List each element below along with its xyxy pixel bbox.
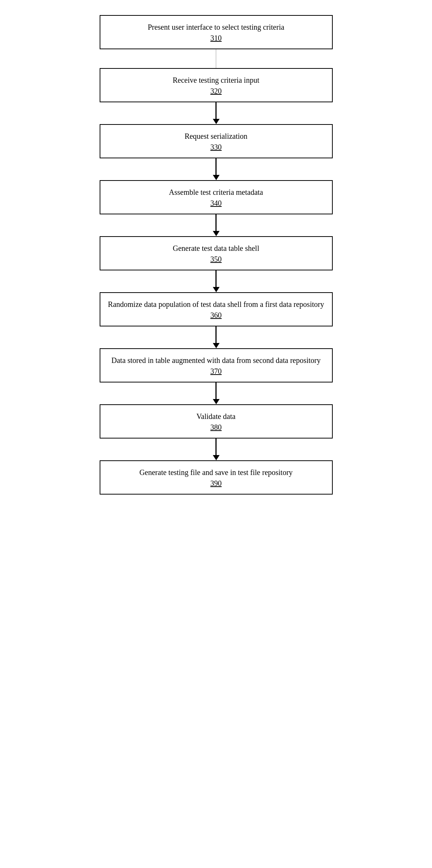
arrow-line <box>215 382 217 399</box>
connector-380-390 <box>213 439 220 460</box>
arrow-line <box>215 270 217 287</box>
connector-340-350 <box>213 214 220 236</box>
step-340-number: 340 <box>211 199 222 208</box>
step-340-text: Assemble test criteria metadata <box>169 187 263 197</box>
step-330-box: Request serialization 330 <box>100 124 333 158</box>
step-360-number: 360 <box>211 311 222 320</box>
connector-370-380 <box>213 382 220 404</box>
step-350-number: 350 <box>211 255 222 264</box>
step-390-box: Generate testing file and save in test f… <box>100 460 333 495</box>
arrow-line <box>215 102 217 119</box>
arrow-head <box>213 175 220 180</box>
step-310-number: 310 <box>211 34 222 42</box>
step-370-text: Data stored in table augmented with data… <box>111 355 320 366</box>
step-380-box: Validate data 380 <box>100 404 333 439</box>
arrow-head <box>213 343 220 348</box>
step-350-box: Generate test data table shell 350 <box>100 236 333 270</box>
step-380-text: Validate data <box>197 411 236 422</box>
arrow-head <box>213 455 220 460</box>
arrow-head <box>213 287 220 292</box>
step-390-number: 390 <box>211 479 222 488</box>
arrow-line <box>215 326 217 343</box>
arrow-line <box>215 214 217 231</box>
step-310-text: Present user interface to select testing… <box>148 22 284 32</box>
step-320-box: Receive testing criteria input 320 <box>100 68 333 102</box>
connector-350-360 <box>213 270 220 292</box>
step-380-number: 380 <box>211 423 222 432</box>
step-360-box: Randomize data population of test data s… <box>100 292 333 326</box>
step-370-box: Data stored in table augmented with data… <box>100 348 333 382</box>
step-330-number: 330 <box>211 143 222 152</box>
step-350-text: Generate test data table shell <box>173 243 259 253</box>
step-310-box: Present user interface to select testing… <box>100 15 333 49</box>
arrow-line <box>215 439 217 455</box>
flowchart: Present user interface to select testing… <box>85 8 348 502</box>
connector-330-340 <box>213 158 220 180</box>
connector-320-330 <box>213 102 220 124</box>
connector-thin-line <box>216 49 217 68</box>
step-320-text: Receive testing criteria input <box>173 75 259 85</box>
step-390-text: Generate testing file and save in test f… <box>139 467 293 478</box>
arrow-head <box>213 119 220 124</box>
step-340-box: Assemble test criteria metadata 340 <box>100 180 333 214</box>
step-320-number: 320 <box>211 87 222 96</box>
arrow-head <box>213 399 220 404</box>
step-330-text: Request serialization <box>185 131 247 141</box>
connector-310-320 <box>216 49 217 68</box>
arrow-line <box>215 158 217 175</box>
step-370-number: 370 <box>211 367 222 376</box>
arrow-head <box>213 231 220 236</box>
connector-360-370 <box>213 326 220 348</box>
step-360-text: Randomize data population of test data s… <box>108 299 324 310</box>
